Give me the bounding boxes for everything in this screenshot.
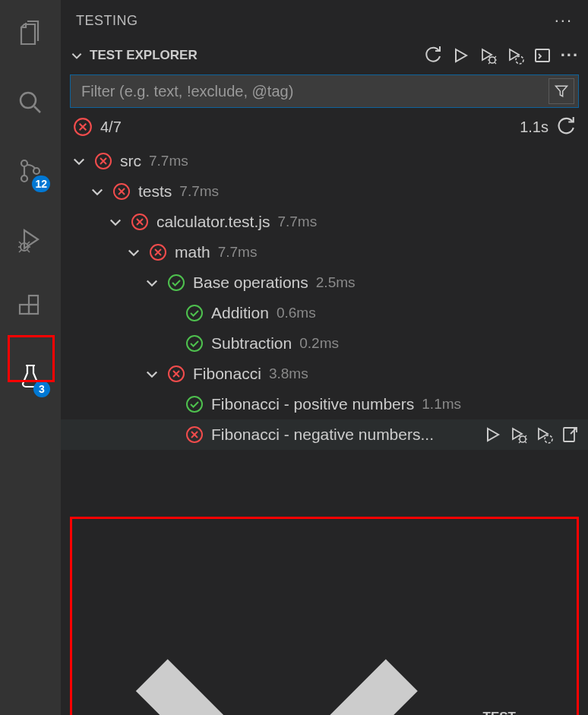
chevron-down-icon [90,184,105,199]
activity-testing-icon[interactable]: 3 [8,353,53,399]
testing-badge: 3 [33,381,50,397]
testing-panel: TESTING ··· TEST EXPLORER ··· [61,0,588,715]
fail-status-icon [185,426,204,444]
debug-test-button[interactable] [509,426,527,444]
chevron-down-icon [77,525,477,715]
activity-debug-icon[interactable] [8,217,53,262]
test-tree-row[interactable]: Fibonacci - negative numbers... [61,419,588,450]
activity-extensions-icon[interactable] [8,285,53,331]
test-explorer-header[interactable]: TEST EXPLORER ··· [61,41,588,70]
go-to-test-button[interactable] [561,426,579,444]
test-tree-row[interactable]: calculator.test.js7.7ms [61,207,588,237]
test-filter [70,74,579,108]
test-tree-row[interactable]: Fibonacci - positive numbers1.1ms [61,389,588,419]
activity-bar: 12 3 [0,0,61,715]
test-duration: 2.5ms [316,274,356,291]
test-name: math [175,243,210,261]
run-test-coverage-button[interactable] [535,426,553,444]
highlight-test-coverage: TEST COVERAGE calculator.js 67.86% ✓add1… [70,517,579,715]
test-name: Fibonacci - negative numbers... [211,426,434,444]
fail-status-icon [94,152,112,170]
show-output-button[interactable] [533,46,552,65]
filter-options-button[interactable] [548,78,574,104]
test-name: calculator.test.js [156,213,270,231]
scm-badge: 12 [32,176,50,192]
test-tree-row[interactable]: Subtraction0.2ms [61,328,588,359]
test-tree-row[interactable]: Fibonacci3.8ms [61,359,588,389]
test-explorer-title: TEST EXPLORER [90,48,198,63]
chevron-down-icon [71,153,87,169]
chevron-down-icon [144,275,160,290]
fail-status-icon [73,117,93,137]
test-tree-row[interactable]: Base operations2.5ms [61,267,588,298]
test-duration: 7.7ms [218,244,258,261]
test-row-actions [483,426,579,444]
explorer-more-button[interactable]: ··· [561,46,579,65]
test-tree-row[interactable]: math7.7ms [61,237,588,267]
debug-all-tests-button[interactable] [479,46,497,65]
test-name: Fibonacci [193,365,261,383]
test-summary-row: 4/7 1.1s [61,112,588,141]
fail-status-icon [167,365,185,383]
fail-status-icon [149,243,167,261]
test-coverage-title: TEST COVERAGE [483,710,572,715]
test-coverage-header[interactable]: TEST COVERAGE [72,522,577,715]
test-summary-counts: 4/7 [100,119,122,136]
run-coverage-button[interactable] [506,46,524,65]
test-tree-row[interactable]: tests7.7ms [61,176,588,207]
test-name: src [120,152,141,170]
panel-title: TESTING [76,13,138,29]
fail-status-icon [112,182,131,201]
funnel-icon [554,84,569,99]
test-duration: 7.7ms [277,214,317,230]
pass-status-icon [185,395,204,413]
run-all-tests-button[interactable] [451,46,469,65]
test-name: Base operations [193,274,308,292]
fail-status-icon [131,213,149,231]
pass-status-icon [167,274,185,292]
test-summary-duration: 1.1s [520,119,548,136]
test-filter-input[interactable] [81,83,540,100]
panel-header: TESTING ··· [61,0,588,41]
run-test-button[interactable] [483,426,501,444]
test-tree-row[interactable]: src7.7ms [61,146,588,176]
chevron-down-icon [144,366,160,381]
test-name: Subtraction [211,334,292,353]
test-duration: 0.6ms [277,305,316,321]
test-name: Addition [211,304,269,322]
test-duration: 0.2ms [299,335,339,352]
test-tree-row[interactable]: Addition0.6ms [61,298,588,328]
chevron-down-icon [126,245,141,260]
panel-more-button[interactable]: ··· [555,11,573,30]
test-duration: 1.1ms [422,396,461,413]
activity-scm-icon[interactable]: 12 [8,148,53,194]
rerun-button[interactable] [556,117,576,137]
test-duration: 3.8ms [269,365,308,382]
test-tree: src7.7mstests7.7mscalculator.test.js7.7m… [61,141,588,450]
chevron-down-icon [70,49,84,62]
refresh-tests-button[interactable] [424,46,442,65]
test-duration: 7.7ms [179,183,219,200]
test-name: tests [138,182,172,201]
chevron-down-icon [108,214,123,229]
pass-status-icon [185,334,204,353]
activity-search-icon[interactable] [8,80,53,125]
activity-explorer-icon[interactable] [8,11,53,57]
test-name: Fibonacci - positive numbers [211,395,414,413]
test-duration: 7.7ms [149,153,188,169]
pass-status-icon [185,304,204,322]
